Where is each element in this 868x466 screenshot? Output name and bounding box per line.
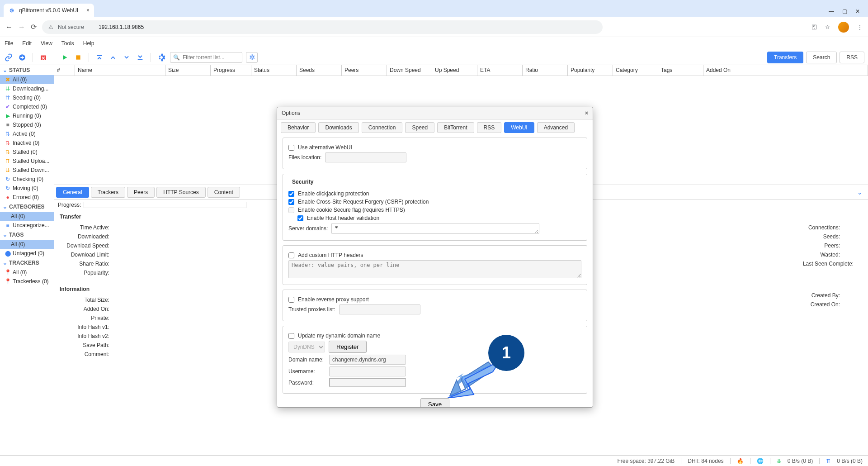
reload-icon[interactable]: ⟳ xyxy=(31,23,37,31)
opt-tab-speed[interactable]: Speed xyxy=(405,122,434,133)
sidebar-item-completed[interactable]: ✔Completed (0) xyxy=(0,102,54,111)
register-button[interactable]: Register xyxy=(329,341,367,353)
menu-tools[interactable]: Tools xyxy=(61,40,74,47)
add-link-icon[interactable] xyxy=(4,52,14,62)
close-window-icon[interactable]: ✕ xyxy=(855,8,860,14)
sidebar-item-stopped[interactable]: ■Stopped (0) xyxy=(0,120,54,129)
move-up-icon[interactable] xyxy=(108,52,118,62)
chk-clickjack[interactable] xyxy=(288,191,294,197)
sidebar-item-downloading[interactable]: ⇊Downloading... xyxy=(0,84,54,93)
delete-icon[interactable] xyxy=(38,52,48,62)
sidebar-tags-all[interactable]: All (0) xyxy=(0,240,54,249)
sidebar-item-stalled[interactable]: ⇅Stalled (0) xyxy=(0,147,54,157)
sidebar-item-stalled-down[interactable]: ⇊Stalled Down... xyxy=(0,166,54,175)
globe-icon[interactable]: 🌐 xyxy=(757,458,764,464)
col-down[interactable]: Down Speed xyxy=(387,65,432,76)
sidebar-item-checking[interactable]: ↻Checking (0) xyxy=(0,175,54,184)
sidebar-item-running[interactable]: ▶Running (0) xyxy=(0,111,54,120)
dialog-close-icon[interactable]: × xyxy=(585,110,588,116)
col-cat[interactable]: Category xyxy=(613,65,658,76)
sidebar-item-moving[interactable]: ↻Moving (0) xyxy=(0,184,54,193)
col-pop[interactable]: Popularity xyxy=(568,65,613,76)
col-num[interactable]: # xyxy=(54,65,75,76)
pause-icon[interactable] xyxy=(73,52,83,62)
profile-avatar[interactable] xyxy=(838,22,849,33)
dtab-trackers[interactable]: Trackers xyxy=(91,187,125,198)
dtab-general[interactable]: General xyxy=(56,187,89,198)
chk-reverse-proxy[interactable] xyxy=(288,297,294,303)
filter-box[interactable]: 🔍 xyxy=(170,52,242,63)
bookmark-star-icon[interactable]: ☆ xyxy=(825,24,830,30)
menu-help[interactable]: Help xyxy=(83,40,94,47)
address-bar[interactable]: ⚠ Not secure 192.168.1.18:9865 xyxy=(42,20,603,34)
tab-search[interactable]: Search xyxy=(806,52,837,63)
browser-tab[interactable]: ⊚ qBittorrent v5.0.0 WebUI × xyxy=(4,4,94,17)
save-button[interactable]: Save xyxy=(420,398,449,407)
chk-dyndns[interactable] xyxy=(288,333,294,339)
tab-transfers[interactable]: Transfers xyxy=(767,52,803,63)
opt-tab-rss[interactable]: RSS xyxy=(477,122,502,133)
opt-tab-advanced[interactable]: Advanced xyxy=(537,122,575,133)
sidebar-cat-all[interactable]: All (0) xyxy=(0,212,54,221)
opt-tab-behavior[interactable]: Behavior xyxy=(281,122,316,133)
chk-alt-webui[interactable] xyxy=(288,145,294,151)
chk-host-header[interactable] xyxy=(297,215,303,221)
settings-gear-icon[interactable] xyxy=(156,52,166,62)
fire-icon[interactable]: 🔥 xyxy=(737,458,744,464)
sidebar-tags-untagged[interactable]: ⬤Untagged (0) xyxy=(0,249,54,258)
col-peers[interactable]: Peers xyxy=(342,65,387,76)
sidebar-status-header[interactable]: ⌄STATUS xyxy=(0,65,54,75)
start-icon[interactable] xyxy=(60,52,70,62)
filter-input[interactable] xyxy=(183,54,237,61)
opt-tab-webui[interactable]: WebUI xyxy=(504,122,534,133)
password-key-icon[interactable]: ⚿ xyxy=(811,24,817,30)
col-progress[interactable]: Progress xyxy=(211,65,251,76)
sidebar-tracker-all[interactable]: 📍All (0) xyxy=(0,268,54,277)
sidebar-tags-header[interactable]: ⌄TAGS xyxy=(0,230,54,240)
opt-tab-bittorrent[interactable]: BitTorrent xyxy=(437,122,474,133)
tab-rss[interactable]: RSS xyxy=(840,52,864,63)
sidebar-cat-uncat[interactable]: ≡Uncategorize... xyxy=(0,221,54,230)
minimize-icon[interactable]: — xyxy=(829,8,834,14)
forward-icon[interactable]: → xyxy=(18,23,25,31)
chk-custom-headers[interactable] xyxy=(288,252,294,258)
sidebar-item-stalled-up[interactable]: ⇈Stalled Uploa... xyxy=(0,157,54,166)
menu-view[interactable]: View xyxy=(41,40,52,47)
dialog-titlebar[interactable]: Options × xyxy=(277,107,593,119)
col-tags[interactable]: Tags xyxy=(658,65,703,76)
menu-edit[interactable]: Edit xyxy=(22,40,32,47)
tab-close-icon[interactable]: × xyxy=(86,7,90,14)
chk-csrf[interactable] xyxy=(288,199,294,205)
add-torrent-icon[interactable] xyxy=(17,52,27,62)
browser-menu-icon[interactable]: ⋮ xyxy=(857,24,863,30)
input-server-domains[interactable]: * xyxy=(331,223,539,234)
move-bottom-icon[interactable] xyxy=(135,52,145,62)
maximize-icon[interactable]: ▢ xyxy=(842,8,847,14)
col-status[interactable]: Status xyxy=(251,65,297,76)
sidebar-categories-header[interactable]: ⌄CATEGORIES xyxy=(0,202,54,212)
col-added[interactable]: Added On xyxy=(703,65,868,76)
opt-tab-downloads[interactable]: Downloads xyxy=(318,122,359,133)
col-eta[interactable]: ETA xyxy=(477,65,523,76)
sidebar-item-errored[interactable]: ●Errored (0) xyxy=(0,193,54,202)
col-name[interactable]: Name xyxy=(75,65,165,76)
back-icon[interactable]: ← xyxy=(5,23,13,31)
col-size[interactable]: Size xyxy=(165,65,211,76)
sidebar-item-active[interactable]: ⇅Active (0) xyxy=(0,129,54,138)
opt-tab-connection[interactable]: Connection xyxy=(362,122,403,133)
sidebar-item-seeding[interactable]: ⇈Seeding (0) xyxy=(0,93,54,102)
dtab-content[interactable]: Content xyxy=(208,187,240,198)
move-down-icon[interactable] xyxy=(122,52,132,62)
sidebar-item-inactive[interactable]: ⇅Inactive (0) xyxy=(0,138,54,147)
dtab-peers[interactable]: Peers xyxy=(127,187,155,198)
sidebar-trackers-header[interactable]: ⌄TRACKERS xyxy=(0,258,54,268)
sidebar-item-all[interactable]: ✖All (0) xyxy=(0,75,54,84)
filter-toggle-icon[interactable]: ✲ xyxy=(246,52,258,63)
move-top-icon[interactable] xyxy=(94,52,104,62)
collapse-panel-icon[interactable]: ⌄ xyxy=(857,189,863,196)
col-seeds[interactable]: Seeds xyxy=(297,65,342,76)
col-up[interactable]: Up Speed xyxy=(432,65,477,76)
dtab-http[interactable]: HTTP Sources xyxy=(156,187,205,198)
sidebar-trackerless[interactable]: 📍Trackerless (0) xyxy=(0,277,54,286)
menu-file[interactable]: File xyxy=(5,40,13,47)
